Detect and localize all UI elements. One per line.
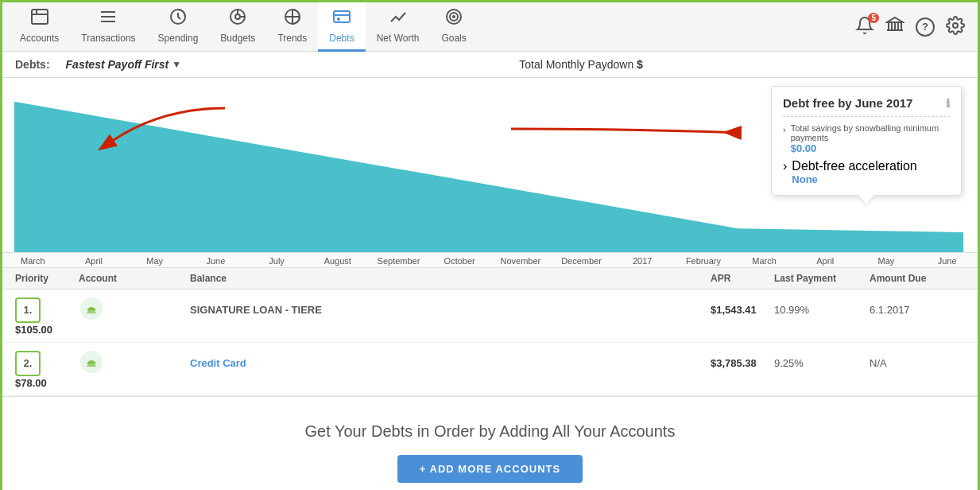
table-header: Priority Account Balance APR Last Paymen… (2, 268, 978, 290)
col-balance: Balance (190, 273, 349, 284)
row1-last-payment: 6.1.2017 (870, 304, 965, 316)
top-navigation: Accounts Transactions Spending Budgets (2, 2, 978, 52)
month-labels: March April May June July August Septemb… (2, 253, 978, 268)
month-june2: June (916, 256, 978, 266)
col-last-payment: Last Payment (774, 273, 870, 284)
toolbar: Debts: Fastest Payoff First ▼ Total Mont… (2, 52, 978, 78)
priority-badge-2: 2. (15, 351, 41, 376)
nav-item-debts[interactable]: Debts (318, 2, 365, 52)
row2-balance: $3,785.38 (711, 357, 774, 369)
row2-priority: 2. (15, 351, 79, 376)
debt-free-info-box: Debt free by June 2017 ℹ › Total savings… (771, 86, 962, 196)
month-october: October (429, 256, 490, 266)
svg-rect-14 (334, 11, 350, 22)
monthly-paydown-value: $ (637, 58, 643, 71)
nav-item-trends[interactable]: Trends (266, 2, 318, 52)
month-2017: 2017 (612, 256, 673, 266)
nav-item-transactions[interactable]: Transactions (70, 2, 146, 52)
strategy-dropdown[interactable]: Fastest Payoff First ▼ (66, 58, 182, 71)
accounts-icon (30, 7, 49, 31)
month-april: April (64, 256, 125, 266)
info-box-tail (858, 195, 874, 204)
col-priority: Priority (15, 273, 79, 284)
savings-label: Total savings by snowballing minimum pay… (791, 123, 950, 142)
nav-label-goals: Goals (441, 33, 466, 44)
row2-icon (79, 349, 190, 377)
svg-point-16 (338, 18, 339, 20)
nav-label-debts: Debts (329, 33, 354, 44)
strategy-value: Fastest Payoff First (66, 58, 169, 71)
acceleration-value: None (792, 173, 916, 185)
debts-label: Debts: (15, 58, 50, 71)
nav-item-spending[interactable]: Spending (147, 2, 210, 52)
info-box-title-text: Debt free by June 2017 (783, 96, 912, 110)
cta-section: Get Your Debts in Order by Adding All Yo… (2, 397, 978, 490)
nav-item-networth[interactable]: Net Worth (366, 2, 431, 52)
row2-apr: 9.25% (774, 357, 870, 369)
monthly-paydown: Total Monthly Paydown $ (197, 58, 965, 71)
savings-row: › Total savings by snowballing minimum p… (783, 123, 950, 154)
nav-label-accounts: Accounts (20, 33, 59, 44)
spending-icon (168, 7, 188, 31)
row1-icon (79, 296, 190, 324)
trends-icon (283, 7, 302, 31)
info-circle-icon[interactable]: ℹ (946, 97, 950, 110)
help-icon[interactable]: ? (916, 18, 935, 37)
dropdown-arrow-icon: ▼ (172, 59, 181, 70)
nav-items: Accounts Transactions Spending Budgets (9, 2, 855, 52)
notification-bell[interactable]: 5 (855, 16, 874, 38)
month-august: August (307, 256, 368, 266)
svg-point-27 (953, 23, 958, 28)
nav-label-budgets: Budgets (220, 33, 255, 44)
nav-item-budgets[interactable]: Budgets (209, 2, 266, 52)
chevron-right-icon: › (783, 125, 786, 134)
month-november: November (490, 256, 552, 266)
nav-right-icons: 5 ? (855, 16, 971, 38)
col-amount-due: Amount Due (870, 273, 965, 284)
svg-point-8 (235, 14, 240, 19)
row1-amount-due: $105.00 (15, 324, 79, 336)
row1-apr: 10.99% (774, 304, 870, 316)
month-september: September (368, 256, 429, 266)
month-april2: April (795, 256, 856, 266)
add-more-accounts-button[interactable]: + ADD MORE ACCOUNTS (397, 455, 583, 483)
month-march2: March (734, 256, 795, 266)
bank-icon[interactable] (885, 16, 904, 38)
row1-account-name: SIGNATURE LOAN - TIERE (190, 304, 349, 316)
month-march: March (2, 256, 64, 266)
debt-chart: Debt free by June 2017 ℹ › Total savings… (2, 78, 978, 253)
month-may: May (124, 256, 185, 266)
transactions-icon (99, 7, 118, 31)
settings-icon[interactable] (946, 16, 965, 38)
svg-point-19 (453, 16, 455, 18)
notification-badge: 5 (868, 13, 879, 23)
col-apr: APR (711, 273, 774, 284)
networth-icon (389, 7, 408, 31)
acceleration-label: Debt-free acceleration (792, 159, 916, 173)
budgets-icon (228, 7, 247, 31)
row1-priority: 1. (15, 298, 79, 323)
col-account: Account (79, 273, 190, 284)
row2-amount-due: $78.00 (15, 377, 79, 389)
nav-label-transactions: Transactions (81, 33, 135, 44)
row2-last-payment: N/A (870, 357, 965, 369)
table-row[interactable]: 1. SIGNATURE LOAN - TIERE $1,543.41 10.9… (2, 290, 978, 343)
info-box-title: Debt free by June 2017 ℹ (783, 96, 950, 110)
table-row[interactable]: 2. Credit Card $3,785.38 9.25% N/A $78.0… (2, 343, 978, 396)
month-december: December (551, 256, 612, 266)
row2-account-name[interactable]: Credit Card (190, 357, 349, 369)
cta-title: Get Your Debts in Order by Adding All Yo… (15, 422, 965, 441)
row1-balance: $1,543.41 (711, 304, 774, 316)
debt-table: 1. SIGNATURE LOAN - TIERE $1,543.41 10.9… (2, 290, 978, 397)
priority-badge-1: 1. (15, 298, 41, 323)
add-more-accounts-label: + ADD MORE ACCOUNTS (420, 463, 560, 475)
acceleration-row: › Debt-free acceleration None (783, 159, 950, 185)
month-may2: May (856, 256, 917, 266)
nav-item-accounts[interactable]: Accounts (9, 2, 70, 52)
svg-rect-0 (32, 10, 48, 24)
svg-marker-20 (887, 18, 903, 22)
goals-icon (444, 7, 463, 31)
nav-label-spending: Spending (158, 33, 199, 44)
nav-item-goals[interactable]: Goals (430, 2, 477, 52)
col-empty (349, 273, 711, 284)
